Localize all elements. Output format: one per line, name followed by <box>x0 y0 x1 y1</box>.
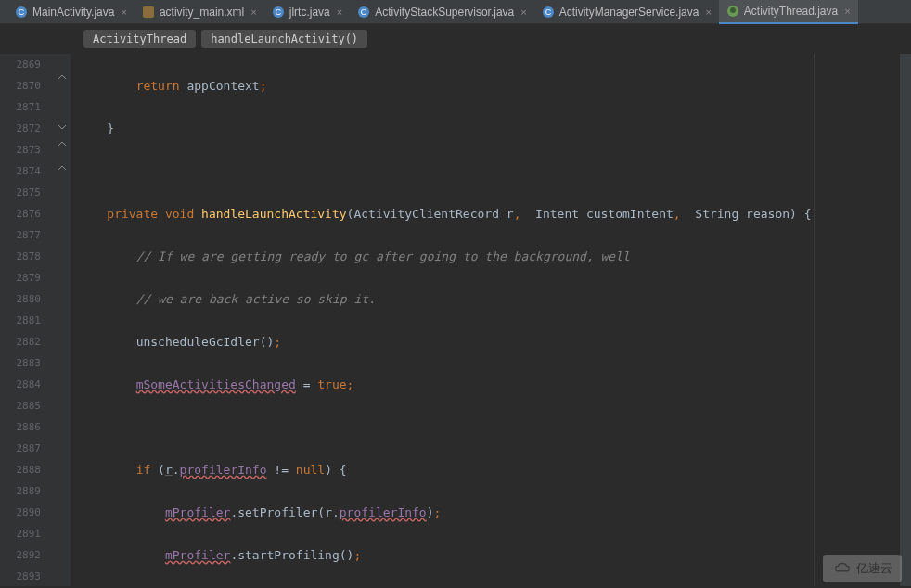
code-editor: 2869 2870 2871 2872 2873 2874 2875 2876 … <box>0 54 911 586</box>
breadcrumb-method[interactable]: handleLaunchActivity() <box>201 30 367 48</box>
line-number: 2891 <box>0 523 41 544</box>
line-number: 2882 <box>0 331 41 352</box>
gutter-icons <box>54 54 71 586</box>
tab-label: activity_main.xml <box>160 6 244 19</box>
line-number: 2883 <box>0 352 41 374</box>
line-number: 2892 <box>0 544 41 566</box>
code-line: // If we are getting ready to gc after g… <box>78 246 900 267</box>
tab-label: ActivityManagerService.java <box>559 6 699 19</box>
close-icon[interactable]: × <box>844 6 850 17</box>
close-icon[interactable]: × <box>705 6 711 18</box>
code-line <box>78 160 900 182</box>
line-number: 2876 <box>0 203 41 224</box>
close-icon[interactable]: × <box>520 6 526 18</box>
breadcrumb-class[interactable]: ActivityThread <box>83 30 196 48</box>
collapse-up-icon[interactable] <box>56 161 69 174</box>
code-line: mProfiler.setProfiler(r.profilerInfo); <box>78 502 900 523</box>
cloud-icon <box>832 558 853 579</box>
line-number: 2880 <box>0 288 41 310</box>
collapse-up-icon[interactable] <box>56 70 69 83</box>
svg-text:C: C <box>19 7 25 17</box>
svg-text:C: C <box>545 7 551 17</box>
close-icon[interactable]: × <box>250 6 256 18</box>
class-icon: C <box>542 6 555 19</box>
line-number: 2872 <box>0 118 41 139</box>
code-line: private void handleLaunchActivity(Activi… <box>78 203 900 224</box>
line-number: 2869 <box>0 54 41 75</box>
line-number: 2871 <box>0 96 41 118</box>
line-number: 2884 <box>0 374 41 395</box>
close-icon[interactable]: × <box>121 6 126 18</box>
watermark: 亿速云 <box>823 555 902 582</box>
tab-label: MainActivity.java <box>32 6 114 19</box>
line-number: 2879 <box>0 267 41 288</box>
tab-label: jlrtc.java <box>289 6 330 19</box>
right-margin-line <box>814 54 815 586</box>
code-area[interactable]: return appContext; } private void handle… <box>71 54 900 586</box>
code-line: // we are back active so skip it. <box>78 288 900 310</box>
line-number: 2887 <box>0 438 41 459</box>
tab-activitymanagerservice[interactable]: C ActivityManagerService.java × <box>534 0 719 24</box>
line-number: 2870 <box>0 75 41 96</box>
svg-rect-2 <box>143 6 154 18</box>
class-icon: C <box>357 6 370 19</box>
line-number: 2890 <box>0 502 41 523</box>
tab-activitystacksupervisor[interactable]: C ActivityStackSupervisor.java × <box>350 0 534 24</box>
watermark-text: 亿速云 <box>856 560 892 577</box>
svg-point-10 <box>730 7 736 13</box>
class-icon: C <box>15 6 28 19</box>
vertical-scrollbar[interactable] <box>900 54 911 586</box>
code-line: unscheduleGcIdler(); <box>78 331 900 352</box>
line-number: 2888 <box>0 459 41 480</box>
line-number: 2874 <box>0 160 41 182</box>
line-number: 2893 <box>0 566 41 587</box>
override-down-icon[interactable] <box>56 121 69 134</box>
close-icon[interactable]: × <box>337 6 342 18</box>
tab-label: ActivityThread.java <box>744 5 838 18</box>
xml-icon <box>142 6 155 19</box>
code-line: } <box>78 118 900 139</box>
breadcrumb: ActivityThread handleLaunchActivity() <box>0 24 911 54</box>
bug-icon <box>726 5 739 18</box>
code-line: mSomeActivitiesChanged = true; <box>78 374 900 395</box>
line-number: 2885 <box>0 395 41 416</box>
code-line <box>78 416 900 438</box>
tab-activitythread[interactable]: ActivityThread.java × <box>719 0 858 24</box>
tab-jlrtc[interactable]: C jlrtc.java × <box>264 0 350 24</box>
tab-activity-main-xml[interactable]: activity_main.xml × <box>135 0 264 24</box>
tab-mainactivity[interactable]: C MainActivity.java × <box>7 0 135 24</box>
svg-text:C: C <box>275 7 281 17</box>
class-icon: C <box>272 6 285 19</box>
tab-label: ActivityStackSupervisor.java <box>375 6 514 19</box>
svg-text:C: C <box>361 7 367 17</box>
line-number: 2889 <box>0 480 41 502</box>
line-number: 2877 <box>0 224 41 246</box>
code-line: mProfiler.startProfiling(); <box>78 544 900 566</box>
line-number: 2873 <box>0 139 41 160</box>
editor-tabs: C MainActivity.java × activity_main.xml … <box>0 0 911 24</box>
line-number-gutter: 2869 2870 2871 2872 2873 2874 2875 2876 … <box>0 54 54 586</box>
override-up-icon[interactable] <box>56 137 69 150</box>
code-line: if (r.profilerInfo != null) { <box>78 459 900 480</box>
line-number: 2878 <box>0 246 41 267</box>
line-number: 2886 <box>0 416 41 438</box>
line-number: 2881 <box>0 310 41 331</box>
code-line: return appContext; <box>78 75 900 96</box>
line-number: 2875 <box>0 182 41 203</box>
